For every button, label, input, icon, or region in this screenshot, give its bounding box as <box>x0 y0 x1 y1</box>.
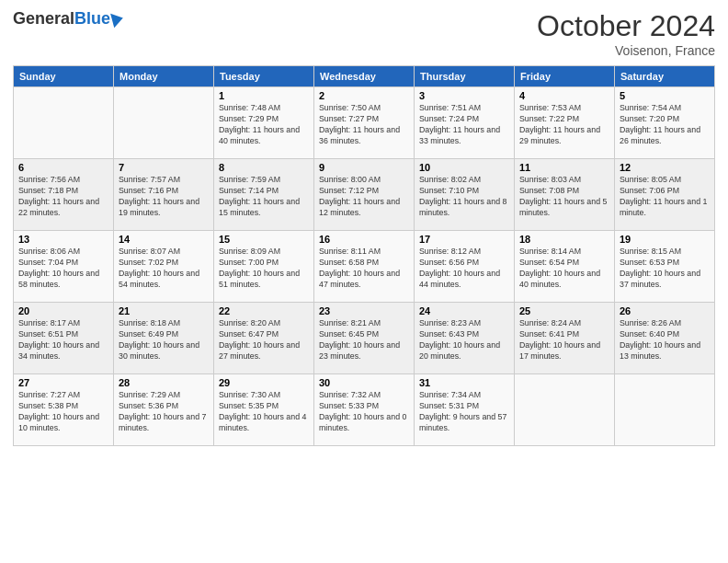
day-number: 20 <box>18 305 108 316</box>
day-cell <box>114 87 214 159</box>
day-info: Sunrise: 8:17 AMSunset: 6:51 PMDaylight:… <box>18 318 108 362</box>
day-info: Sunrise: 8:26 AMSunset: 6:40 PMDaylight:… <box>620 318 710 362</box>
week-row-4: 20Sunrise: 8:17 AMSunset: 6:51 PMDayligh… <box>14 303 715 374</box>
day-number: 10 <box>419 162 509 173</box>
day-number: 23 <box>319 305 409 316</box>
day-number: 1 <box>219 90 309 101</box>
day-info: Sunrise: 8:07 AMSunset: 7:02 PMDaylight:… <box>119 247 209 291</box>
day-number: 8 <box>219 162 309 173</box>
day-info: Sunrise: 7:29 AMSunset: 5:36 PMDaylight:… <box>119 390 209 434</box>
header-row: SundayMondayTuesdayWednesdayThursdayFrid… <box>14 66 715 87</box>
day-number: 2 <box>319 90 409 101</box>
location: Voisenon, France <box>537 43 715 58</box>
day-cell: 4Sunrise: 7:53 AMSunset: 7:22 PMDaylight… <box>515 87 615 159</box>
day-info: Sunrise: 8:15 AMSunset: 6:53 PMDaylight:… <box>620 247 710 291</box>
day-number: 6 <box>18 162 108 173</box>
day-cell: 14Sunrise: 8:07 AMSunset: 7:02 PMDayligh… <box>114 231 214 303</box>
day-cell: 9Sunrise: 8:00 AMSunset: 7:12 PMDaylight… <box>314 159 415 231</box>
day-cell: 28Sunrise: 7:29 AMSunset: 5:36 PMDayligh… <box>114 374 214 446</box>
week-row-5: 27Sunrise: 7:27 AMSunset: 5:38 PMDayligh… <box>14 374 715 446</box>
col-header-sunday: Sunday <box>14 66 114 87</box>
day-info: Sunrise: 8:14 AMSunset: 6:54 PMDaylight:… <box>519 247 609 291</box>
day-info: Sunrise: 7:57 AMSunset: 7:16 PMDaylight:… <box>119 175 209 219</box>
day-cell: 20Sunrise: 8:17 AMSunset: 6:51 PMDayligh… <box>14 303 114 374</box>
day-number: 11 <box>519 162 609 173</box>
day-number: 24 <box>419 305 509 316</box>
page: General Blue October 2024 Voisenon, Fran… <box>0 0 728 563</box>
day-number: 26 <box>620 305 710 316</box>
day-number: 12 <box>620 162 710 173</box>
day-info: Sunrise: 8:12 AMSunset: 6:56 PMDaylight:… <box>419 247 509 291</box>
day-number: 9 <box>319 162 409 173</box>
day-cell <box>615 374 715 446</box>
day-cell <box>14 87 114 159</box>
day-cell: 10Sunrise: 8:02 AMSunset: 7:10 PMDayligh… <box>415 159 515 231</box>
month-title: October 2024 <box>537 9 715 43</box>
day-number: 22 <box>219 305 309 316</box>
day-cell: 19Sunrise: 8:15 AMSunset: 6:53 PMDayligh… <box>615 231 715 303</box>
day-info: Sunrise: 8:24 AMSunset: 6:41 PMDaylight:… <box>519 318 609 362</box>
day-info: Sunrise: 8:00 AMSunset: 7:12 PMDaylight:… <box>319 175 409 219</box>
day-info: Sunrise: 7:27 AMSunset: 5:38 PMDaylight:… <box>18 390 108 434</box>
day-cell: 11Sunrise: 8:03 AMSunset: 7:08 PMDayligh… <box>515 159 615 231</box>
day-number: 16 <box>319 234 409 245</box>
day-info: Sunrise: 7:53 AMSunset: 7:22 PMDaylight:… <box>519 103 609 147</box>
day-cell: 7Sunrise: 7:57 AMSunset: 7:16 PMDaylight… <box>114 159 214 231</box>
day-cell: 6Sunrise: 7:56 AMSunset: 7:18 PMDaylight… <box>14 159 114 231</box>
col-header-friday: Friday <box>515 66 615 87</box>
logo-arrow-icon <box>110 10 125 28</box>
day-info: Sunrise: 8:21 AMSunset: 6:45 PMDaylight:… <box>319 318 409 362</box>
day-cell: 22Sunrise: 8:20 AMSunset: 6:47 PMDayligh… <box>214 303 314 374</box>
day-info: Sunrise: 7:54 AMSunset: 7:20 PMDaylight:… <box>620 103 710 147</box>
day-number: 5 <box>620 90 710 101</box>
day-cell: 29Sunrise: 7:30 AMSunset: 5:35 PMDayligh… <box>214 374 314 446</box>
logo: General Blue <box>13 9 123 29</box>
day-cell: 3Sunrise: 7:51 AMSunset: 7:24 PMDaylight… <box>415 87 515 159</box>
day-info: Sunrise: 8:20 AMSunset: 6:47 PMDaylight:… <box>219 318 309 362</box>
title-block: October 2024 Voisenon, France <box>537 9 715 58</box>
day-cell: 5Sunrise: 7:54 AMSunset: 7:20 PMDaylight… <box>615 87 715 159</box>
day-number: 3 <box>419 90 509 101</box>
day-info: Sunrise: 8:03 AMSunset: 7:08 PMDaylight:… <box>519 175 609 219</box>
day-info: Sunrise: 8:09 AMSunset: 7:00 PMDaylight:… <box>219 247 309 291</box>
day-info: Sunrise: 8:23 AMSunset: 6:43 PMDaylight:… <box>419 318 509 362</box>
day-info: Sunrise: 8:05 AMSunset: 7:06 PMDaylight:… <box>620 175 710 219</box>
day-number: 27 <box>18 377 108 388</box>
week-row-2: 6Sunrise: 7:56 AMSunset: 7:18 PMDaylight… <box>14 159 715 231</box>
day-info: Sunrise: 7:51 AMSunset: 7:24 PMDaylight:… <box>419 103 509 147</box>
day-info: Sunrise: 8:18 AMSunset: 6:49 PMDaylight:… <box>119 318 209 362</box>
day-cell: 30Sunrise: 7:32 AMSunset: 5:33 PMDayligh… <box>314 374 415 446</box>
day-number: 13 <box>18 234 108 245</box>
day-cell: 15Sunrise: 8:09 AMSunset: 7:00 PMDayligh… <box>214 231 314 303</box>
day-number: 7 <box>119 162 209 173</box>
col-header-saturday: Saturday <box>615 66 715 87</box>
col-header-wednesday: Wednesday <box>314 66 415 87</box>
day-number: 14 <box>119 234 209 245</box>
day-number: 30 <box>319 377 409 388</box>
day-cell <box>515 374 615 446</box>
day-cell: 17Sunrise: 8:12 AMSunset: 6:56 PMDayligh… <box>415 231 515 303</box>
col-header-thursday: Thursday <box>415 66 515 87</box>
day-info: Sunrise: 7:50 AMSunset: 7:27 PMDaylight:… <box>319 103 409 147</box>
day-number: 15 <box>219 234 309 245</box>
day-cell: 25Sunrise: 8:24 AMSunset: 6:41 PMDayligh… <box>515 303 615 374</box>
day-number: 19 <box>620 234 710 245</box>
day-info: Sunrise: 8:02 AMSunset: 7:10 PMDaylight:… <box>419 175 509 219</box>
day-number: 18 <box>519 234 609 245</box>
day-info: Sunrise: 7:56 AMSunset: 7:18 PMDaylight:… <box>18 175 108 219</box>
day-info: Sunrise: 7:34 AMSunset: 5:31 PMDaylight:… <box>419 390 509 434</box>
day-cell: 23Sunrise: 8:21 AMSunset: 6:45 PMDayligh… <box>314 303 415 374</box>
calendar-table: SundayMondayTuesdayWednesdayThursdayFrid… <box>13 65 715 446</box>
header: General Blue October 2024 Voisenon, Fran… <box>13 9 715 58</box>
logo-blue-text: Blue <box>74 9 110 29</box>
logo-general-text: General <box>13 9 74 29</box>
day-number: 28 <box>119 377 209 388</box>
day-info: Sunrise: 8:11 AMSunset: 6:58 PMDaylight:… <box>319 247 409 291</box>
day-cell: 21Sunrise: 8:18 AMSunset: 6:49 PMDayligh… <box>114 303 214 374</box>
day-number: 25 <box>519 305 609 316</box>
day-number: 29 <box>219 377 309 388</box>
day-info: Sunrise: 7:59 AMSunset: 7:14 PMDaylight:… <box>219 175 309 219</box>
day-number: 21 <box>119 305 209 316</box>
day-cell: 27Sunrise: 7:27 AMSunset: 5:38 PMDayligh… <box>14 374 114 446</box>
week-row-1: 1Sunrise: 7:48 AMSunset: 7:29 PMDaylight… <box>14 87 715 159</box>
